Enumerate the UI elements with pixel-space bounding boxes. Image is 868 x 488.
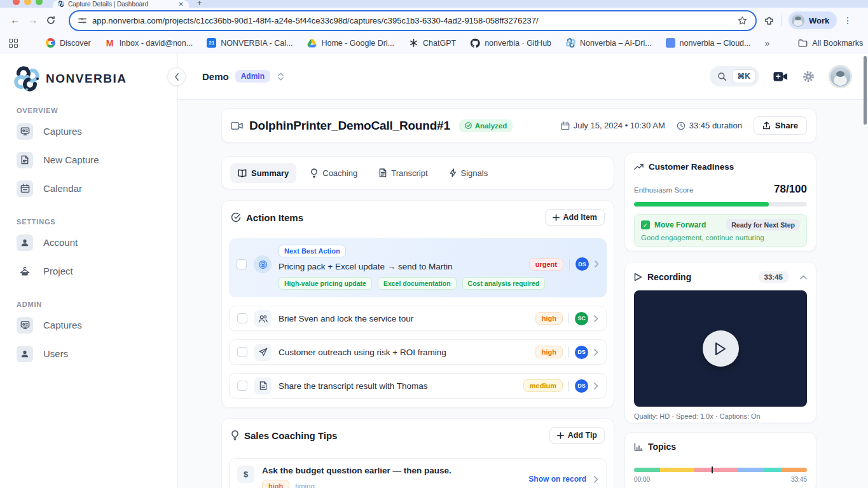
lightbulb-icon — [231, 430, 239, 440]
bookmark-inbox[interactable]: MInbox - david@non... — [105, 38, 193, 48]
sidebar-item-project[interactable]: Project — [0, 257, 177, 285]
enthusiasm-progress-fill — [634, 202, 769, 207]
extensions-icon[interactable] — [763, 15, 775, 27]
bookmark-nonverbia-app[interactable]: Nonverbia – AI-Dri... — [565, 38, 652, 48]
item-checkbox[interactable] — [237, 381, 247, 391]
project-name[interactable]: Demo — [202, 71, 229, 82]
zoom-window-button[interactable] — [36, 0, 43, 5]
play-button[interactable] — [703, 330, 739, 367]
item-checkbox[interactable] — [237, 313, 247, 323]
sidebar-item-calendar[interactable]: Calendar — [0, 174, 177, 203]
apps-grid-icon[interactable] — [9, 39, 18, 48]
profile-label: Work — [809, 16, 829, 25]
assignee-avatar[interactable]: DS — [575, 379, 588, 393]
tag: High-value pricing update — [279, 277, 372, 290]
forward-button[interactable]: → — [24, 15, 42, 26]
tab-strip: Capture Details | Dashboard ✕ + — [0, 0, 868, 8]
settings-gear-icon[interactable] — [802, 70, 815, 83]
back-button[interactable]: ← — [6, 15, 24, 26]
tab-favicon — [58, 1, 64, 7]
tab-coaching[interactable]: Coaching — [303, 163, 365, 183]
app-header: Demo Admin ⌘K — [178, 53, 868, 100]
chevron-right-icon[interactable] — [594, 349, 598, 356]
topics-timeline[interactable] — [634, 468, 807, 472]
priority-badge: high — [262, 480, 289, 488]
recording-title: Recording — [647, 272, 691, 282]
coaching-tips-card: Sales Coaching Tips Add Tip $ Ask the bu… — [221, 418, 614, 488]
sidebar-item-account[interactable]: Account — [0, 228, 177, 257]
assignee-avatar[interactable]: SC — [575, 312, 588, 325]
assignee-avatar[interactable]: DS — [575, 346, 588, 359]
capture-date: July 15, 2024 • 10:30 AM — [561, 121, 665, 130]
item-checkbox[interactable] — [237, 259, 247, 269]
enthusiasm-progress — [634, 202, 807, 207]
new-recording-icon[interactable] — [773, 71, 788, 82]
bookmark-chatgpt[interactable]: ChatGPT — [408, 38, 456, 48]
close-window-button[interactable] — [13, 0, 20, 5]
action-item-row[interactable]: Customer outreach using risk + ROI frami… — [229, 339, 607, 365]
profile-chip[interactable]: Work — [789, 11, 837, 29]
tab-transcript[interactable]: Transcript — [371, 163, 435, 183]
section-label-settings: SETTINGS — [17, 218, 177, 226]
chevron-right-icon[interactable] — [594, 476, 598, 483]
bookmark-discover[interactable]: Discover — [46, 38, 91, 48]
browser-tab[interactable]: Capture Details | Dashboard ✕ — [53, 0, 189, 8]
sidebar-collapse-button[interactable] — [167, 67, 186, 86]
brand[interactable]: NONVERBIA — [0, 53, 177, 92]
search-button[interactable]: ⌘K — [710, 66, 759, 86]
add-item-button[interactable]: Add Item — [545, 209, 605, 226]
action-item-row[interactable]: Brief Sven and lock the service tour hig… — [229, 306, 607, 331]
action-item-row[interactable]: Share the transcript result with Thomas … — [229, 373, 607, 398]
new-tab-button[interactable]: + — [197, 0, 202, 8]
chevron-right-icon[interactable] — [595, 261, 599, 268]
site-settings-icon[interactable] — [78, 16, 87, 25]
chevron-right-icon[interactable] — [594, 315, 598, 322]
project-switcher-icon[interactable] — [278, 72, 284, 81]
assignee-avatar[interactable]: DS — [575, 257, 589, 271]
url-text[interactable]: app.nonverbia.com/projects/c1cc36bb-90d1… — [92, 16, 732, 25]
all-bookmarks[interactable]: All Bookmarks — [797, 38, 863, 48]
add-tip-button[interactable]: Add Tip — [549, 427, 605, 444]
sidebar-item-users[interactable]: Users — [0, 339, 177, 368]
tab-close-icon[interactable]: ✕ — [179, 1, 184, 8]
document-icon — [17, 152, 33, 168]
video-player[interactable] — [634, 290, 807, 407]
item-checkbox[interactable] — [237, 347, 247, 357]
browser-chrome: Capture Details | Dashboard ✕ + ← → app.… — [0, 0, 868, 53]
tab-summary[interactable]: Summary — [230, 163, 296, 183]
action-item-hero[interactable]: Next Best Action Pricing pack + Excel up… — [229, 238, 607, 297]
bookmark-drive[interactable]: Home - Google Dri... — [307, 38, 394, 48]
users-icon — [254, 310, 272, 327]
tab-title: Capture Details | Dashboard — [68, 1, 148, 8]
bookmark-github[interactable]: nonverbia · GitHub — [470, 38, 551, 48]
sidebar-item-new-capture[interactable]: New Capture — [0, 146, 177, 174]
url-bar[interactable]: app.nonverbia.com/projects/c1cc36bb-90d1… — [69, 10, 757, 31]
score-label: Enthusiasm Score — [634, 186, 693, 194]
show-on-record-link[interactable]: Show on record — [528, 475, 586, 484]
page-scrollbar[interactable] — [864, 56, 867, 125]
dollar-icon: $ — [237, 466, 254, 483]
reload-button[interactable] — [46, 15, 64, 25]
browser-menu-icon[interactable]: ⋮ — [843, 15, 852, 25]
bookmark-calendar[interactable]: 21NONVERBIA - Cal... — [207, 38, 293, 48]
sidebar-item-admin-captures[interactable]: Captures — [0, 311, 177, 339]
coaching-tip-row[interactable]: $ Ask the budget question earlier — then… — [229, 458, 607, 488]
share-button[interactable]: Share — [754, 116, 807, 135]
zap-icon — [450, 168, 457, 177]
tip-category: timing — [295, 482, 315, 488]
folder-icon — [797, 38, 808, 48]
check-icon: ✓ — [641, 220, 650, 229]
bookmark-cloud[interactable]: nonverbia – Cloud... — [666, 38, 751, 48]
user-avatar[interactable] — [829, 65, 851, 88]
gmail-icon: M — [105, 38, 115, 48]
priority-badge: medium — [523, 379, 563, 392]
next-best-action-badge: Next Best Action — [279, 245, 346, 257]
topics-start-time: 00:00 — [634, 476, 650, 483]
chevron-right-icon[interactable] — [594, 383, 598, 390]
minimize-window-button[interactable] — [24, 0, 31, 5]
bookmarks-overflow-icon[interactable]: » — [765, 38, 770, 48]
bookmark-star-icon[interactable] — [737, 15, 748, 26]
sidebar-item-captures[interactable]: Captures — [0, 117, 177, 146]
tab-signals[interactable]: Signals — [442, 163, 496, 183]
chevron-up-icon[interactable] — [800, 275, 807, 280]
